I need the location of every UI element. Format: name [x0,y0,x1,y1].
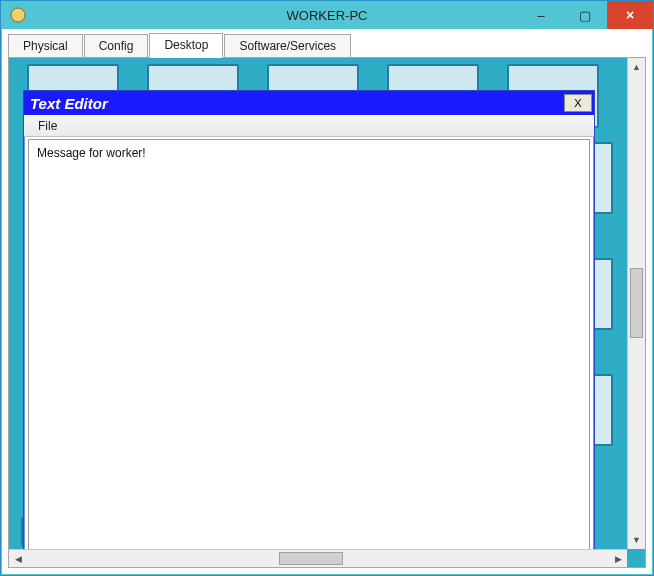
vertical-scroll-thumb[interactable] [630,268,643,338]
close-button[interactable]: × [607,1,653,29]
desktop-frame: ser ator all Text Edito [8,57,646,568]
text-editor-body[interactable]: Message for worker! [28,139,590,549]
text-editor-titlebar[interactable]: Text Editor X [24,91,594,115]
maximize-button[interactable]: ▢ [563,1,607,29]
worker-pc-window: WORKER-PC – ▢ × Physical Config Desktop … [0,0,654,576]
text-editor-title: Text Editor [30,95,108,112]
svg-point-0 [11,8,25,22]
scroll-corner [627,549,645,567]
tab-strip: Physical Config Desktop Software/Service… [2,29,652,58]
window-buttons: – ▢ × [519,1,653,29]
window-titlebar[interactable]: WORKER-PC – ▢ × [1,1,653,29]
minimize-button[interactable]: – [519,1,563,29]
vertical-scrollbar[interactable]: ▲ ▼ [627,58,645,549]
content-area: Physical Config Desktop Software/Service… [2,29,652,574]
scroll-down-arrow-icon[interactable]: ▼ [628,531,645,549]
tab-config[interactable]: Config [84,34,149,59]
horizontal-scrollbar[interactable]: ◀ ▶ [9,549,645,567]
scroll-right-arrow-icon[interactable]: ▶ [609,550,627,567]
desktop-viewport[interactable]: ser ator all Text Edito [9,58,627,549]
tab-desktop[interactable]: Desktop [149,33,223,58]
menu-file[interactable]: File [32,117,63,135]
scroll-up-arrow-icon[interactable]: ▲ [628,58,645,76]
tab-physical[interactable]: Physical [8,34,83,59]
scroll-left-arrow-icon[interactable]: ◀ [9,550,27,567]
app-icon [7,4,29,26]
tab-software-services[interactable]: Software/Services [224,34,351,59]
text-editor-close-button[interactable]: X [564,94,592,112]
text-editor-menubar: File [24,115,594,137]
horizontal-scroll-thumb[interactable] [279,552,343,565]
text-editor-window[interactable]: Text Editor X File Message for worker! [23,90,595,549]
